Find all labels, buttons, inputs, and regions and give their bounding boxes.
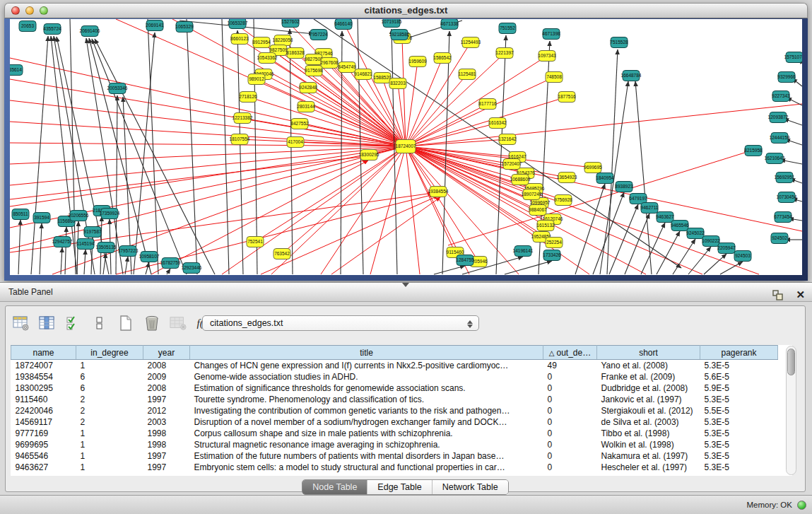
graph-node[interactable]: 9329966 (777, 72, 796, 83)
table-cell[interactable]: Tibbo et al. (1998) (597, 428, 700, 439)
graph-node[interactable]: 2967608 (320, 58, 339, 69)
table-cell[interactable]: Dudbridge et al. (2008) (597, 382, 700, 394)
table-cell[interactable]: 5.9E-5 (700, 382, 778, 394)
graph-node[interactable]: 2069141 (146, 21, 164, 31)
table-cell[interactable]: Wolkin et al. (1998) (597, 439, 700, 450)
table-cell[interactable]: 1998 (143, 428, 190, 439)
table-cell[interactable]: Changes of HCN gene expression and I(f) … (190, 360, 543, 371)
table-cell[interactable]: 49 (543, 360, 597, 371)
graph-node[interactable]: 8938923 (615, 182, 633, 192)
graph-node[interactable]: 4671398 (542, 29, 560, 40)
graph-node[interactable]: 9227343 (772, 91, 790, 102)
graph-node[interactable]: 391594 (33, 213, 50, 223)
graph-node[interactable]: 1588520 (373, 73, 392, 83)
table-cell[interactable]: 19384554 (11, 371, 76, 382)
graph-node[interactable]: 763542 (273, 249, 290, 259)
table-cell[interactable]: 2008 (143, 360, 190, 371)
table-row[interactable]: 2242004622012Investigating the contribut… (11, 405, 778, 416)
graph-node[interactable]: 11254493 (461, 37, 481, 48)
table-cell[interactable]: 2012 (143, 405, 190, 416)
graph-node[interactable]: 1097343 (538, 51, 556, 62)
graph-node[interactable]: 4671338 (440, 19, 459, 30)
table-cell[interactable]: 0 (543, 394, 597, 405)
graph-node[interactable]: 6773454 (774, 212, 792, 223)
tab-network-table[interactable]: Network Table (432, 480, 508, 494)
graph-node[interactable]: 1840954 (596, 173, 614, 184)
graph-node[interactable]: 16210643 (765, 153, 785, 164)
window-titlebar[interactable]: citations_edges.txt (4, 3, 808, 18)
graph-node[interactable]: 19218586 (389, 30, 410, 40)
graph-node[interactable]: 19384554 (428, 187, 449, 197)
table-cell[interactable]: 1 (76, 439, 143, 450)
table-cell[interactable]: 5.6E-5 (700, 371, 778, 382)
table-vertical-scrollbar[interactable] (786, 346, 796, 475)
graph-node[interactable]: 13654923 (557, 173, 577, 183)
table-cell[interactable]: 5.3E-5 (700, 360, 778, 371)
table-cell[interactable]: 5.3E-5 (700, 428, 778, 439)
column-header-year[interactable]: year (143, 346, 190, 360)
table-cell[interactable]: 2 (76, 405, 143, 416)
table-cell[interactable]: Nakamura et al. (1997) (597, 450, 700, 462)
table-cell[interactable]: Estimation of the future numbers of pati… (190, 450, 543, 462)
table-cell[interactable]: Genome-wide association studies in ADHD. (190, 371, 543, 382)
graph-node[interactable]: 10958107 (139, 252, 160, 262)
table-cell[interactable]: 9465546 (11, 450, 76, 462)
table-cell[interactable]: 6 (76, 382, 143, 394)
table-cell[interactable]: de Silva et al. (2003) (597, 416, 700, 428)
graph-node[interactable]: 1586542 (433, 53, 452, 64)
table-cell[interactable]: Estimation of significance thresholds fo… (190, 382, 543, 394)
table-cell[interactable]: 9699695 (11, 439, 76, 450)
graph-node[interactable]: 6466140 (334, 19, 353, 30)
zoom-window-button[interactable] (40, 6, 48, 15)
table-cell[interactable]: Jankovic et al. (1997) (597, 394, 700, 405)
table-cell[interactable]: 2 (76, 416, 143, 428)
table-cell[interactable]: 5.3E-5 (700, 416, 778, 428)
delete-columns-button[interactable] (143, 315, 160, 332)
graph-node[interactable]: 1321642 (498, 134, 517, 145)
graph-node[interactable]: 935614 (10, 65, 23, 76)
graph-node[interactable]: 8427552 (290, 119, 309, 129)
create-column-button[interactable] (117, 315, 134, 332)
graph-node[interactable]: 850511 (12, 209, 29, 220)
table-cell[interactable]: Corpus callosum shape and size in male p… (190, 428, 543, 439)
graph-node[interactable]: 1125481 (459, 69, 476, 80)
scrollbar-thumb[interactable] (787, 349, 795, 375)
table-row[interactable]: 911546021997Tourette syndrome. Phenomeno… (11, 394, 778, 405)
table-select-dropdown[interactable]: citations_edges.txt (202, 315, 479, 331)
tab-node-table[interactable]: Node Table (302, 480, 367, 494)
graph-node[interactable]: 15720407 (502, 159, 522, 170)
table-cell[interactable]: 1997 (143, 394, 190, 405)
graph-node[interactable]: 989012 (248, 74, 265, 85)
table-row[interactable]: 946554611997Estimation of the future num… (11, 450, 778, 462)
show-columns-button[interactable] (39, 315, 56, 332)
table-cell[interactable]: 9777169 (11, 428, 76, 439)
graph-node[interactable]: 12923446 (182, 263, 202, 274)
column-header-in_degree[interactable]: in_degree (76, 346, 143, 360)
graph-node[interactable]: 8454749 (338, 62, 356, 73)
table-row[interactable]: 969969511998Structural magnetic resonanc… (11, 439, 778, 450)
table-row[interactable]: 977716911998Corpus callosum shape and si… (11, 428, 778, 439)
close-window-button[interactable] (11, 6, 20, 15)
graph-node[interactable]: 18226058 (273, 35, 293, 46)
table-cell[interactable]: 1 (76, 360, 143, 371)
float-panel-button[interactable] (769, 286, 786, 303)
table-cell[interactable]: 6 (76, 371, 143, 382)
graph-node[interactable]: 832203 (389, 78, 406, 89)
graph-node[interactable]: 7515528 (610, 37, 628, 48)
table-cell[interactable]: Tourette syndrome. Phenomenology and cla… (190, 394, 543, 405)
graph-node[interactable]: 8912954 (252, 37, 271, 48)
table-cell[interactable]: Franke et al. (2009) (597, 371, 700, 382)
table-cell[interactable]: 5.3E-5 (700, 439, 778, 450)
table-cell[interactable]: 1 (76, 462, 143, 473)
graph-node[interactable]: 252254 (546, 238, 563, 248)
graph-node[interactable]: 12093872 (768, 112, 789, 123)
graph-node[interactable]: 9699695 (584, 163, 602, 173)
graph-node[interactable]: 10688609 (510, 175, 531, 185)
table-cell[interactable]: 0 (543, 462, 597, 473)
table-cell[interactable]: 18300295 (11, 382, 76, 394)
column-header-short[interactable]: short (597, 346, 700, 360)
table-cell[interactable]: Structural magnetic resonance image aver… (190, 439, 543, 450)
column-header-title[interactable]: title (190, 346, 543, 360)
table-row[interactable]: 1872400712008Changes of HCN gene express… (11, 360, 778, 371)
graph-node[interactable]: 1733426 (543, 250, 561, 261)
